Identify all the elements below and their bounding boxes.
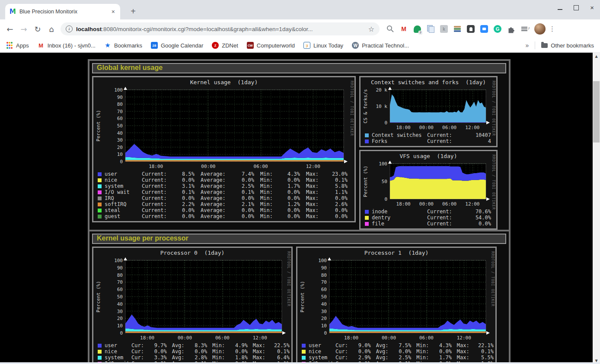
bookmark-item[interactable]: CWComputerworld: [247, 42, 295, 49]
svg-text:12:00: 12:00: [457, 335, 471, 341]
legend-swatch: [98, 172, 102, 176]
bookmark-star-icon[interactable]: ☆: [368, 25, 374, 33]
legend-swatch: [98, 184, 102, 188]
media-list-icon[interactable]: ♪: [520, 24, 529, 34]
close-button[interactable]: ×: [590, 6, 594, 10]
apps-grid-icon: [6, 42, 13, 49]
legend-stat: Cur:0.0%: [335, 348, 371, 355]
chart-title: Kernel usage (1day): [95, 79, 353, 86]
legend-stat: Current:4: [427, 138, 491, 144]
new-tab-button[interactable]: +: [127, 5, 139, 17]
legend-row: Context switchesCurrent:10407: [364, 132, 495, 138]
chart-panel-context-switches[interactable]: Context switches and forks (1day)010 k20…: [359, 76, 498, 147]
bookmark-item[interactable]: ★Bookmarks: [104, 42, 142, 49]
wordpress-icon: W: [352, 42, 359, 49]
minimize-button[interactable]: [558, 9, 562, 10]
legend-stat: Max:0.1%: [457, 348, 494, 355]
browser-tab[interactable]: M Blue Precision Monitorix ×: [5, 4, 120, 19]
rrdtool-watermark: RRDTOOL / TOBI OETIKER: [491, 251, 495, 307]
svg-text:18:00: 18:00: [396, 201, 411, 207]
bookmark-item[interactable]: 28Google Calendar: [151, 42, 203, 49]
books-icon[interactable]: [453, 24, 462, 34]
svg-text:06:00: 06:00: [442, 201, 456, 207]
svg-text:18:00: 18:00: [149, 164, 163, 169]
legend-stat: Min:1.8%: [212, 355, 248, 361]
legend-swatch: [98, 215, 102, 218]
bookmark-label: Linux Today: [313, 42, 343, 49]
copy-icon[interactable]: [426, 24, 435, 34]
legend-series-name: system: [105, 355, 131, 361]
legend-swatch: [365, 222, 369, 226]
bookmark-label: ZDNet: [222, 42, 238, 49]
reload-icon[interactable]: ↻: [31, 22, 44, 35]
svg-text:80: 80: [321, 272, 327, 278]
home-icon[interactable]: ⌂: [45, 22, 58, 35]
legend-stat: Avg:8.3%: [172, 342, 207, 348]
bookmark-item[interactable]: ZZDNet: [212, 42, 238, 49]
back-icon[interactable]: ←: [3, 22, 16, 35]
legend-series-name: steal: [105, 207, 142, 213]
svg-text:10: 10: [321, 323, 327, 329]
svg-text:30: 30: [117, 309, 123, 314]
puzzle-extensions-icon[interactable]: [506, 24, 516, 34]
chart-title: Processor 1 (1day): [299, 250, 494, 257]
svg-text:0: 0: [384, 196, 387, 202]
gmail-ext-icon[interactable]: M: [399, 24, 409, 34]
scrollbar-thumb[interactable]: [593, 81, 600, 142]
other-bookmarks-button[interactable]: Other bookmarks: [541, 42, 594, 49]
svg-text:40: 40: [117, 301, 123, 307]
legend-row: guestCurrent:0.0%Average:0.0%Min:0.0%Max…: [97, 213, 353, 219]
bookmarks-overflow-icon[interactable]: »: [526, 42, 529, 49]
bookmark-item[interactable]: Apps: [6, 42, 29, 49]
svg-text:60: 60: [117, 116, 123, 121]
legend-stat: Min:4.3%: [416, 342, 452, 348]
computerworld-icon: CW: [247, 42, 254, 49]
chart-title: Context switches and forks (1day): [362, 79, 495, 86]
legend-stat: Max:0.0%: [306, 207, 348, 213]
legend-stat: Avg:0.0%: [376, 348, 412, 355]
address-bar[interactable]: i localhost:8080/monitorix-cgi/monitorix…: [61, 22, 380, 35]
legend-stat: Cur:3.3%: [131, 355, 167, 361]
legend-series-name: file: [372, 221, 427, 227]
legend-series-name: nice: [105, 177, 142, 183]
chart-panel-processor-1[interactable]: Processor 1 (1day)0102030405060708090100…: [296, 247, 497, 364]
chart-panel-kernel-usage[interactable]: Kernel usage (1day)010203040506070809010…: [92, 76, 356, 222]
legend-stat: Cur:0.0%: [131, 348, 167, 355]
zoom-cam-icon[interactable]: [479, 24, 489, 34]
grammarly-icon[interactable]: G: [493, 24, 502, 34]
svg-text:60: 60: [117, 287, 123, 292]
site-info-icon[interactable]: i: [66, 25, 73, 32]
legend-stat: Current:0.0%: [142, 195, 195, 201]
scroll-up-icon[interactable]: ▲: [593, 53, 600, 60]
bookmark-item[interactable]: WPractical Technol...: [352, 42, 409, 49]
legend-stat: Current:0.0%: [142, 207, 195, 213]
chart-panel-vfs-usage[interactable]: VFS usage (1day)050100Percent (%)18:0000…: [359, 150, 498, 230]
tab-close-icon[interactable]: ×: [111, 8, 116, 15]
legend-stat: Max:23.0%: [306, 171, 348, 177]
bookmark-item[interactable]: |tLinux Today: [303, 42, 343, 49]
keeper-icon[interactable]: [466, 24, 476, 34]
url-text[interactable]: localhost:8080/monitorix-cgi/monitorix.c…: [76, 26, 365, 32]
voice-icon[interactable]: ?: [412, 24, 422, 34]
bookmark-item[interactable]: MInbox (16) - sjvn0...: [38, 42, 96, 49]
forward-icon[interactable]: →: [17, 22, 30, 35]
page-scrollbar[interactable]: ▲ ▼: [593, 53, 600, 364]
svg-text:12:00: 12:00: [253, 335, 267, 341]
legend-row: inodeCurrent:70.6%: [364, 209, 495, 215]
legend-row: stealCurrent:0.0%Average:0.0%Min:0.0%Max…: [97, 207, 353, 213]
person-ext-icon[interactable]: k: [439, 24, 449, 34]
chart-panel-processor-0[interactable]: Processor 0 (1day)0102030405060708090100…: [92, 247, 293, 364]
svg-text:50: 50: [321, 294, 327, 300]
profile-avatar[interactable]: [534, 23, 546, 35]
legend-series-name: nice: [105, 348, 131, 355]
chart-title: VFS usage (1day): [362, 153, 495, 160]
bookmark-label: Apps: [16, 42, 29, 49]
search-icon[interactable]: [386, 24, 395, 34]
browser-menu-icon[interactable]: ⋮: [546, 25, 558, 33]
legend-stat: Avg:2.8%: [172, 355, 207, 361]
chart-plot: 0102030405060708090100Percent (%)18:0000…: [95, 86, 349, 170]
legend-row: systemCurrent:3.1%Average:2.5%Min:1.7%Ma…: [97, 183, 353, 189]
maximize-button[interactable]: [574, 5, 579, 10]
legend-swatch: [98, 209, 102, 212]
legend-series-name: IRQ: [105, 195, 142, 201]
